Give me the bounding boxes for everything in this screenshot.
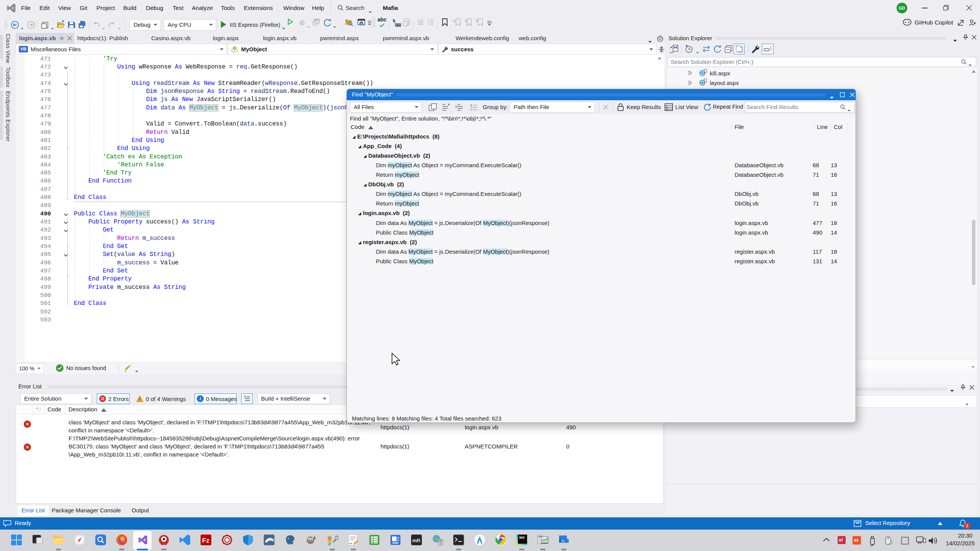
svg-text:Fz: Fz: [202, 537, 209, 544]
svg-text:mR: mR: [412, 538, 421, 543]
svg-text:WS: WS: [519, 536, 525, 540]
